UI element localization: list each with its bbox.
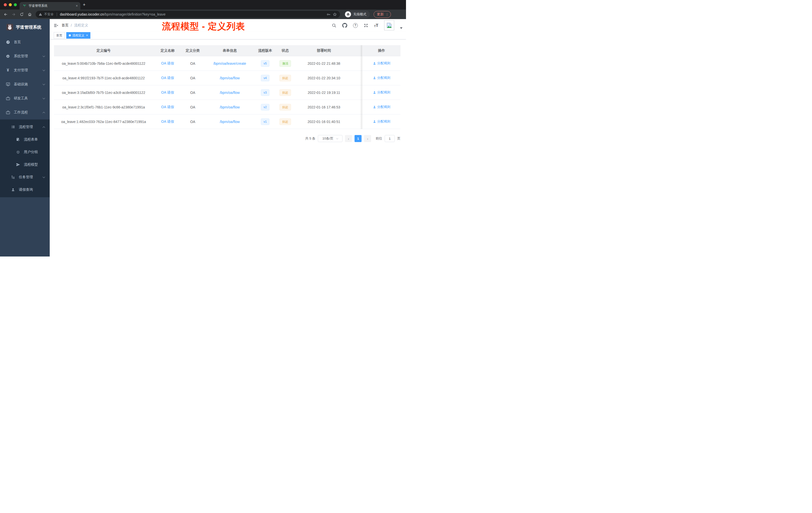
col-header-spacer	[351, 45, 362, 56]
minimize-window-button[interactable]	[9, 3, 12, 6]
key-icon[interactable]	[326, 12, 331, 17]
definition-name-link[interactable]: OA 请假	[161, 76, 174, 80]
assign-rule-link[interactable]: 分配规则	[373, 90, 390, 95]
action-label: 分配规则	[377, 61, 390, 65]
search-icon[interactable]	[332, 23, 337, 28]
security-warning-icon[interactable]	[39, 12, 42, 16]
form-link[interactable]: /bpm/oa/flow	[220, 120, 239, 124]
col-header-version: 流程版本	[256, 45, 274, 56]
bookmark-star-icon[interactable]	[333, 12, 337, 17]
tab-close-icon[interactable]: ×	[76, 4, 78, 7]
sidebar-item-system[interactable]: 系统管理	[0, 49, 50, 63]
url-text[interactable]: dashboard.yudao.iocoder.cn/bpm/manager/d…	[60, 12, 325, 16]
col-header-id: 定义编号	[54, 45, 153, 56]
back-icon[interactable]	[3, 12, 8, 17]
tag-label: 首页	[56, 33, 62, 38]
definition-name-link[interactable]: OA 请假	[161, 90, 174, 94]
workflow-submenu: 流程管理 流程表单 用户分组	[0, 119, 50, 197]
definition-name-link[interactable]: OA 请假	[161, 61, 174, 65]
sidebar-item-label: 流程管理	[19, 125, 43, 129]
breadcrumb: 首页 / 流程定义	[61, 23, 88, 28]
sidebar-item-devtools[interactable]: 研发工具	[0, 91, 50, 105]
col-header-category: 定义分类	[182, 45, 203, 56]
zoom-window-button[interactable]	[14, 3, 17, 6]
url-divider	[57, 12, 57, 16]
pagination: 共 5 条 10条/页 ‹ 1 › 前往 页	[54, 135, 401, 142]
form-link[interactable]: /bpm/oa/leave/create	[213, 61, 246, 65]
sidebar-item-label: 任务管理	[19, 175, 43, 179]
version-badge: v2	[261, 104, 270, 111]
action-label: 分配规则	[377, 119, 390, 124]
assign-rule-link[interactable]: 分配规则	[373, 76, 390, 80]
security-label[interactable]: 不安全	[44, 12, 54, 17]
form-link[interactable]: /bpm/oa/flow	[220, 105, 239, 109]
home-icon[interactable]	[28, 12, 32, 17]
prev-page-button[interactable]: ‹	[345, 135, 352, 142]
sidebar-item-home[interactable]: 首页	[0, 35, 50, 49]
cell-category: OA	[182, 100, 203, 115]
font-size-icon[interactable]: TT	[374, 23, 378, 28]
form-icon	[16, 138, 20, 142]
col-header-action: 操作	[362, 45, 401, 56]
assign-rule-link[interactable]: 分配规则	[373, 61, 390, 65]
sidebar-item-user-group[interactable]: 用户分组	[0, 146, 50, 158]
sidebar-item-workflow[interactable]: 工作流程	[0, 105, 50, 119]
tag-home[interactable]: 首页	[54, 32, 65, 39]
sidebar-item-process-mgmt[interactable]: 流程管理	[0, 121, 50, 133]
browser-menu-icon[interactable]: ⋮	[385, 12, 389, 16]
page-size-value: 10条/页	[322, 136, 334, 141]
user-icon	[373, 120, 376, 123]
cell-id: oa_leave:4:991f2193-7b7f-11ec-a3c8-acde4…	[54, 71, 153, 85]
sidebar-item-label: 请假查询	[19, 187, 45, 192]
definition-name-link[interactable]: OA 请假	[161, 105, 174, 109]
forward-icon[interactable]	[11, 12, 16, 17]
incognito-icon	[345, 11, 351, 17]
url-bar[interactable]: 不安全 dashboard.yudao.iocoder.cn/bpm/manag…	[36, 11, 340, 18]
version-badge: v4	[261, 75, 270, 81]
sidebar-item-leave-query[interactable]: 请假查询	[0, 183, 50, 196]
chrome-update-button[interactable]: 更新 ⋮	[374, 11, 391, 18]
content: 定义编号 定义名称 定义分类 表单信息 流程版本 状态 部署时间 操作	[50, 39, 406, 142]
cell-id: oa_leave:3:1fad3d93-7b75-11ec-a3c8-acde4…	[54, 85, 153, 100]
page-1-button[interactable]: 1	[354, 135, 361, 142]
logo-rabbit-avatar	[6, 24, 13, 30]
goto-label: 前往	[376, 136, 382, 141]
sidebar-item-infra[interactable]: 基础设施	[0, 77, 50, 91]
new-tab-button[interactable]: +	[83, 2, 86, 7]
browser-tab[interactable]: 芋道管理系统 ×	[20, 2, 80, 9]
fullscreen-icon[interactable]	[364, 23, 368, 28]
sidebar-item-label: 工作流程	[14, 110, 43, 115]
sidebar-item-payment[interactable]: ¥ 支付管理	[0, 63, 50, 77]
goto-page-input[interactable]	[385, 135, 395, 142]
form-link[interactable]: /bpm/oa/flow	[220, 76, 239, 80]
tag-close-icon[interactable]: ×	[86, 34, 88, 37]
avatar-caret-icon[interactable]	[400, 27, 403, 29]
update-label: 更新	[377, 12, 384, 17]
sidebar-fold-icon[interactable]	[54, 23, 58, 28]
sidebar-item-task-mgmt[interactable]: 任务管理	[0, 171, 50, 183]
help-icon[interactable]: ?	[353, 23, 358, 28]
version-badge: v3	[261, 89, 270, 96]
breadcrumb-home[interactable]: 首页	[61, 23, 68, 28]
github-icon[interactable]	[342, 23, 347, 28]
form-link[interactable]: /bpm/oa/flow	[220, 91, 239, 95]
definition-name-link[interactable]: OA 请假	[161, 119, 174, 123]
sidebar-item-process-form[interactable]: 流程表单	[0, 133, 50, 146]
avatar[interactable]	[384, 20, 394, 30]
version-badge: v5	[261, 60, 270, 67]
window-controls	[4, 3, 17, 6]
monitor-icon	[5, 82, 10, 87]
next-page-button[interactable]: ›	[364, 135, 371, 142]
assign-rule-link[interactable]: 分配规则	[373, 119, 390, 124]
tag-process-definition[interactable]: 流程定义 ×	[66, 32, 90, 39]
table-row: oa_leave:3:1fad3d93-7b75-11ec-a3c8-acde4…	[54, 85, 401, 100]
close-window-button[interactable]	[4, 3, 7, 6]
app-logo[interactable]: 芋道管理系统	[0, 19, 50, 35]
version-badge: v1	[261, 118, 270, 125]
reload-icon[interactable]	[20, 12, 24, 17]
page-size-select[interactable]: 10条/页	[318, 135, 343, 142]
assign-rule-link[interactable]: 分配规则	[373, 105, 390, 109]
sidebar-item-label: 流程模型	[24, 162, 45, 167]
cell-time: 2022-01-16 01:40:51	[296, 115, 351, 129]
sidebar-item-process-model[interactable]: 流程模型	[0, 158, 50, 171]
